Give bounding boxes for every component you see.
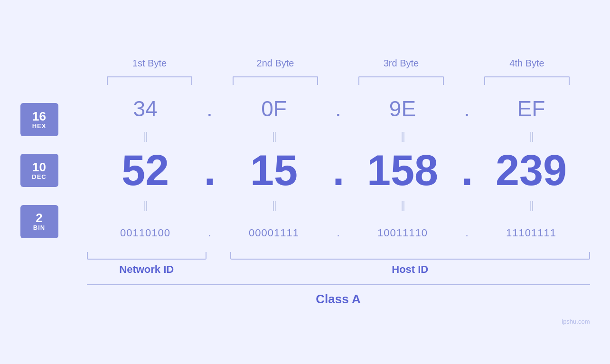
bracket-top-1 (107, 76, 192, 85)
dec-b1: 52 (87, 146, 204, 195)
byte4-header: 4th Byte (464, 58, 590, 69)
dec-b4: 239 (473, 146, 590, 195)
dot-bin-2: . (333, 227, 344, 239)
bin-row: 00110100 . 00001111 . 10011110 . 1110111… (87, 214, 590, 252)
dec-badge: 10 DEC (20, 154, 58, 187)
dot-bin-3: . (461, 227, 473, 239)
bin-b1: 00110100 (87, 227, 204, 239)
hex-badge: 16 HEX (20, 103, 58, 136)
host-id-label: Host ID (392, 263, 428, 276)
byte2-header: 2nd Byte (213, 58, 338, 69)
network-bracket (87, 252, 207, 260)
byte3-header: 3rd Byte (338, 58, 464, 69)
bracket-top-4 (484, 76, 570, 85)
bracket-top-3 (358, 76, 444, 85)
separator-1: || || || || (87, 128, 590, 145)
dot-3: . (461, 96, 473, 121)
separator-2: || || || || (87, 197, 590, 214)
bin-b3: 10011110 (344, 227, 461, 239)
host-bracket (230, 252, 590, 260)
dot-2: . (333, 96, 344, 121)
byte1-header: 1st Byte (87, 58, 213, 69)
hex-b4: EF (473, 96, 590, 121)
network-id-label: Network ID (119, 263, 174, 276)
bracket-top-2 (233, 76, 318, 85)
dot-dec-1: . (204, 146, 216, 195)
class-label: Class A (316, 292, 360, 307)
dot-1: . (204, 96, 216, 121)
hex-row: 34 . 0F . 9E . EF (87, 90, 590, 128)
watermark: ipshu.com (562, 318, 590, 325)
dec-b2: 15 (216, 146, 333, 195)
hex-b2: 0F (216, 96, 333, 121)
dec-row: 52 . 15 . 158 . 239 (87, 145, 590, 197)
hex-b1: 34 (87, 96, 204, 121)
bin-b4: 11101111 (473, 227, 590, 239)
bin-badge: 2 BIN (20, 205, 58, 238)
dec-b3: 158 (344, 146, 461, 195)
dot-dec-2: . (333, 146, 344, 195)
hex-b3: 9E (344, 96, 461, 121)
dot-dec-3: . (461, 146, 473, 195)
dot-bin-1: . (204, 227, 216, 239)
bin-b2: 00001111 (216, 227, 333, 239)
